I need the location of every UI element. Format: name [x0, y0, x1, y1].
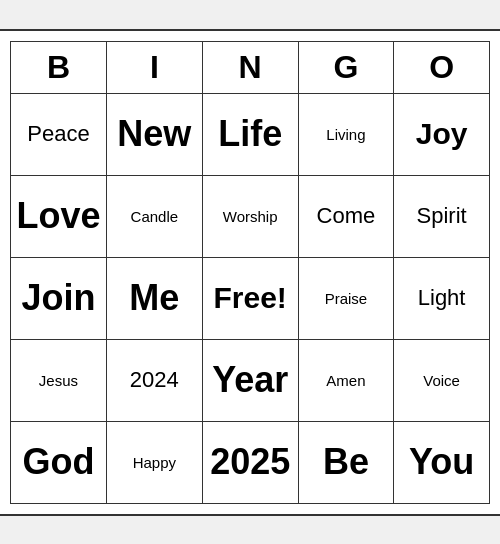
bingo-cell-3-0: Jesus: [11, 339, 107, 421]
bingo-cell-2-3: Praise: [298, 257, 394, 339]
bingo-cell-2-2: Free!: [202, 257, 298, 339]
bingo-cell-0-3: Living: [298, 93, 394, 175]
bingo-row-3: Jesus2024YearAmenVoice: [11, 339, 490, 421]
bingo-table: BINGO PeaceNewLifeLivingJoyLoveCandleWor…: [10, 41, 490, 504]
header-cell-b: B: [11, 41, 107, 93]
bingo-row-0: PeaceNewLifeLivingJoy: [11, 93, 490, 175]
bingo-cell-0-0: Peace: [11, 93, 107, 175]
header-row: BINGO: [11, 41, 490, 93]
header-cell-g: G: [298, 41, 394, 93]
bingo-cell-4-3: Be: [298, 421, 394, 503]
bingo-row-4: GodHappy2025BeYou: [11, 421, 490, 503]
bingo-row-2: JoinMeFree!PraiseLight: [11, 257, 490, 339]
bingo-card: BINGO PeaceNewLifeLivingJoyLoveCandleWor…: [0, 29, 500, 516]
bingo-cell-3-2: Year: [202, 339, 298, 421]
bingo-cell-1-0: Love: [11, 175, 107, 257]
bingo-row-1: LoveCandleWorshipComeSpirit: [11, 175, 490, 257]
bingo-cell-4-4: You: [394, 421, 490, 503]
header-cell-o: O: [394, 41, 490, 93]
bingo-cell-3-3: Amen: [298, 339, 394, 421]
bingo-cell-1-1: Candle: [106, 175, 202, 257]
bingo-cell-1-3: Come: [298, 175, 394, 257]
bingo-cell-4-1: Happy: [106, 421, 202, 503]
bingo-cell-3-1: 2024: [106, 339, 202, 421]
bingo-cell-0-2: Life: [202, 93, 298, 175]
header-cell-n: N: [202, 41, 298, 93]
bingo-cell-1-2: Worship: [202, 175, 298, 257]
header-cell-i: I: [106, 41, 202, 93]
bingo-cell-4-0: God: [11, 421, 107, 503]
bingo-cell-2-0: Join: [11, 257, 107, 339]
bingo-cell-2-1: Me: [106, 257, 202, 339]
bingo-cell-3-4: Voice: [394, 339, 490, 421]
bingo-cell-0-1: New: [106, 93, 202, 175]
bingo-cell-4-2: 2025: [202, 421, 298, 503]
bingo-cell-2-4: Light: [394, 257, 490, 339]
bingo-cell-1-4: Spirit: [394, 175, 490, 257]
bingo-cell-0-4: Joy: [394, 93, 490, 175]
